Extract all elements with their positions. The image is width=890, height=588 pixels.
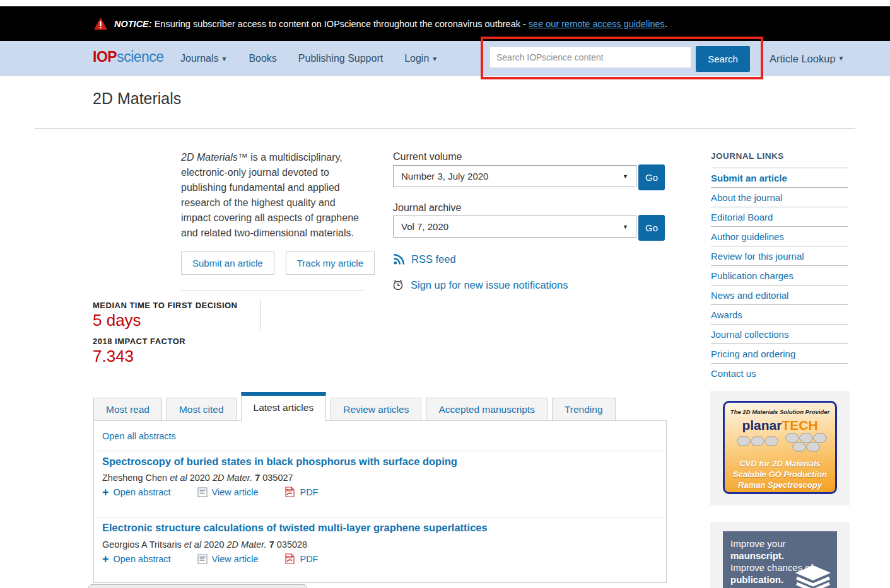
tab-accepted-manuscripts[interactable]: Accepted manuscripts — [426, 398, 547, 421]
current-volume-select[interactable]: Number 3, July 2020 ▼ — [393, 165, 636, 187]
journal-action-buttons: Submit an article Track my article — [181, 251, 375, 275]
open-all-abstracts-link[interactable]: Open all abstracts — [102, 431, 176, 441]
nav-login[interactable]: Login▼ — [404, 53, 438, 64]
pdf-link[interactable]: PDF PDF — [284, 553, 318, 564]
sidebar-item-submit-article[interactable]: Submit an article — [711, 168, 848, 188]
new-issue-notifications-link[interactable]: Sign up for new issue notifications — [392, 279, 568, 291]
journal-links-heading: JOURNAL LINKS — [711, 151, 848, 168]
view-article-link[interactable]: View article — [197, 487, 259, 497]
journal-archive-select[interactable]: Vol 7, 2020 ▼ — [393, 216, 636, 238]
partial-cutoff-box — [88, 584, 307, 588]
sidebar-item-editorial-board[interactable]: Editorial Board — [711, 207, 848, 227]
pdf-link[interactable]: PDF PDF — [284, 487, 318, 497]
chevron-down-icon: ▼ — [623, 224, 628, 230]
remote-access-link[interactable]: see our remote access guidelines — [529, 19, 665, 29]
sidebar-item-pricing-ordering[interactable]: Pricing and ordering — [711, 344, 848, 364]
iopscience-journal-page: NOTICE: Ensuring subscriber access to co… — [0, 0, 890, 588]
tab-latest-articles[interactable]: Latest articles — [241, 392, 327, 422]
open-abstract-link[interactable]: +Open abstract — [102, 487, 171, 497]
article-title-link[interactable]: Electronic structure calculations of twi… — [102, 522, 488, 534]
search-input[interactable] — [489, 47, 691, 68]
planartech-logo: planarTECH — [725, 418, 835, 433]
notice-label: NOTICE: — [114, 19, 152, 29]
rss-icon — [393, 253, 405, 265]
main-nav: Journals▼ Books Publishing Support Login… — [180, 41, 438, 76]
current-volume-label: Current volume — [393, 151, 462, 163]
tab-trending[interactable]: Trending — [552, 398, 616, 421]
divider — [181, 290, 364, 291]
sidebar-item-about-journal[interactable]: About the journal — [711, 188, 848, 207]
graphene-hexagons-icon — [730, 433, 831, 452]
track-article-button[interactable]: Track my article — [286, 251, 375, 275]
notice-text: NOTICE: Ensuring subscriber access to co… — [114, 19, 667, 29]
pdf-icon: PDF — [284, 553, 295, 564]
pdf-icon: PDF — [284, 487, 295, 497]
document-icon — [197, 554, 208, 564]
nav-books[interactable]: Books — [249, 53, 276, 64]
plus-icon: + — [102, 555, 109, 563]
notice-bar: NOTICE: Ensuring subscriber access to co… — [0, 6, 890, 41]
tab-review-articles[interactable]: Review articles — [331, 398, 421, 421]
article-lookup[interactable]: Article Lookup▼ — [770, 41, 844, 76]
article-citation: Zhesheng Chen et al 2020 2D Mater. 7 035… — [102, 473, 293, 483]
journal-archive-label: Journal archive — [393, 202, 462, 214]
impact-factor-label: 2018 IMPACT FACTOR — [93, 337, 185, 346]
planartech-ad-banner[interactable]: The 2D Materials Solution Provider plana… — [723, 401, 837, 494]
sidebar-item-news-editorial[interactable]: News and editorial — [711, 285, 848, 305]
current-volume-go-button[interactable]: Go — [638, 164, 665, 190]
article-actions: +Open abstract View article PDF PDF — [102, 487, 318, 497]
nav-publishing-support[interactable]: Publishing Support — [298, 53, 383, 64]
tab-most-cited[interactable]: Most cited — [167, 398, 237, 421]
median-decision-value: 5 days — [93, 311, 141, 330]
sidebar-item-publication-charges[interactable]: Publication charges — [711, 266, 848, 285]
chevron-down-icon: ▼ — [431, 55, 438, 62]
open-abstract-link[interactable]: +Open abstract — [102, 554, 171, 564]
search-button[interactable]: Search — [696, 46, 750, 72]
nav-journals[interactable]: Journals▼ — [180, 53, 227, 64]
journal-links-sidebar: JOURNAL LINKS Submit an article About th… — [711, 151, 848, 383]
svg-text:PDF: PDF — [286, 488, 293, 492]
article-actions: +Open abstract View article PDF PDF — [102, 553, 318, 564]
document-icon — [197, 487, 208, 497]
view-article-link[interactable]: View article — [197, 554, 259, 564]
iopscience-logo[interactable]: IOPscience — [93, 49, 164, 66]
stacked-pages-icon — [793, 564, 833, 588]
sidebar-item-contact-us[interactable]: Contact us — [711, 364, 848, 383]
svg-text:PDF: PDF — [286, 555, 293, 559]
chevron-down-icon: ▼ — [221, 55, 227, 62]
divider — [94, 517, 666, 517]
rss-feed-link[interactable]: RSS feed — [393, 253, 456, 265]
sidebar-item-awards[interactable]: Awards — [711, 305, 848, 325]
divider — [261, 300, 261, 330]
planartech-tagline: The 2D Materials Solution Provider — [725, 408, 835, 415]
alarm-clock-icon — [392, 279, 404, 291]
chevron-down-icon: ▼ — [838, 55, 845, 62]
divider — [94, 451, 666, 451]
warning-icon — [93, 17, 108, 30]
chevron-down-icon: ▼ — [623, 173, 628, 180]
editing-services-ad-banner[interactable]: Improve your maunscript. Improve chances… — [723, 531, 837, 588]
latest-articles-panel: Open all abstracts Spectroscopy of burie… — [93, 420, 667, 583]
journal-archive-go-button[interactable]: Go — [638, 215, 665, 241]
article-citation: Georgios A Tritsaris et al 2020 2D Mater… — [102, 539, 307, 550]
divider — [35, 128, 855, 129]
tab-most-read[interactable]: Most read — [93, 398, 162, 421]
sidebar-item-journal-collections[interactable]: Journal collections — [711, 325, 848, 344]
sidebar-item-review-journal[interactable]: Review for this journal — [711, 246, 848, 266]
planartech-services: CVD for 2D Materials Scalable GO Product… — [725, 458, 835, 490]
article-tabs: Most read Most cited Latest articles Rev… — [93, 391, 616, 421]
submit-article-button[interactable]: Submit an article — [181, 251, 274, 275]
impact-factor-value: 7.343 — [93, 347, 134, 366]
page-title: 2D Materials — [93, 89, 181, 108]
journal-description: 2D Materials™ is a multidisciplinary, el… — [181, 150, 368, 241]
plus-icon: + — [102, 488, 109, 497]
sidebar-item-author-guidelines[interactable]: Author guidelines — [711, 227, 848, 246]
article-title-link[interactable]: Spectroscopy of buried states in black p… — [102, 456, 457, 468]
median-decision-label: MEDIAN TIME TO FIRST DECISION — [93, 301, 238, 310]
